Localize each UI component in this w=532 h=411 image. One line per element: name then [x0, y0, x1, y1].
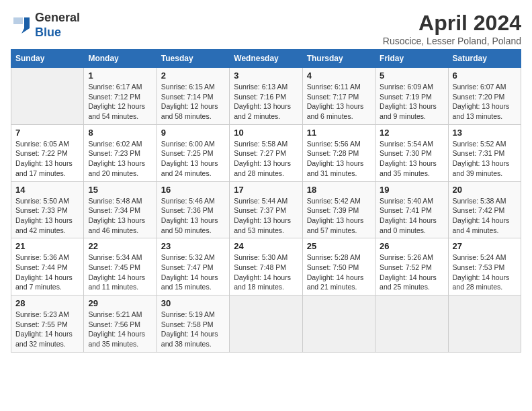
day-number: 4	[307, 71, 371, 81]
calendar-cell: 18Sunrise: 5:42 AM Sunset: 7:39 PM Dayli…	[302, 181, 375, 238]
day-info: Sunrise: 5:56 AM Sunset: 7:28 PM Dayligh…	[307, 139, 371, 179]
day-info: Sunrise: 5:36 AM Sunset: 7:44 PM Dayligh…	[15, 253, 79, 292]
day-number: 16	[161, 185, 225, 195]
week-row-1: 1Sunrise: 6:17 AM Sunset: 7:12 PM Daylig…	[11, 68, 521, 125]
day-info: Sunrise: 6:05 AM Sunset: 7:22 PM Dayligh…	[15, 139, 79, 179]
calendar-cell: 1Sunrise: 6:17 AM Sunset: 7:12 PM Daylig…	[84, 68, 157, 125]
day-number: 25	[307, 241, 371, 251]
day-number: 23	[161, 241, 225, 251]
calendar-cell: 6Sunrise: 6:07 AM Sunset: 7:20 PM Daylig…	[448, 68, 521, 125]
weekday-header-tuesday: Tuesday	[157, 50, 229, 68]
calendar-cell: 28Sunrise: 5:23 AM Sunset: 7:55 PM Dayli…	[11, 295, 84, 353]
calendar-cell: 22Sunrise: 5:34 AM Sunset: 7:45 PM Dayli…	[84, 238, 157, 295]
calendar-cell: 5Sunrise: 6:09 AM Sunset: 7:19 PM Daylig…	[375, 68, 448, 125]
day-info: Sunrise: 5:28 AM Sunset: 7:50 PM Dayligh…	[307, 253, 371, 292]
calendar-cell: 14Sunrise: 5:50 AM Sunset: 7:33 PM Dayli…	[11, 181, 84, 238]
calendar-cell: 24Sunrise: 5:30 AM Sunset: 7:48 PM Dayli…	[230, 238, 302, 295]
day-number: 2	[161, 71, 225, 81]
weekday-header-friday: Friday	[375, 50, 448, 68]
logo-icon	[11, 15, 32, 36]
month-title: April 2024	[383, 11, 521, 36]
weekday-header-sunday: Sunday	[11, 50, 84, 68]
calendar-cell: 2Sunrise: 6:15 AM Sunset: 7:14 PM Daylig…	[157, 68, 229, 125]
day-number: 28	[15, 298, 79, 308]
calendar-cell: 3Sunrise: 6:13 AM Sunset: 7:16 PM Daylig…	[230, 68, 302, 125]
calendar-cell	[230, 295, 302, 353]
logo-text: General Blue	[35, 11, 80, 40]
weekday-header-monday: Monday	[84, 50, 157, 68]
day-number: 19	[380, 185, 443, 195]
day-info: Sunrise: 6:09 AM Sunset: 7:19 PM Dayligh…	[380, 82, 443, 122]
day-info: Sunrise: 5:58 AM Sunset: 7:27 PM Dayligh…	[234, 139, 298, 179]
day-number: 29	[88, 298, 152, 308]
svg-marker-0	[24, 17, 30, 28]
day-info: Sunrise: 5:52 AM Sunset: 7:31 PM Dayligh…	[453, 139, 517, 179]
day-number: 15	[88, 185, 152, 195]
day-info: Sunrise: 5:50 AM Sunset: 7:33 PM Dayligh…	[15, 196, 79, 236]
calendar-cell: 10Sunrise: 5:58 AM Sunset: 7:27 PM Dayli…	[230, 124, 302, 181]
day-number: 27	[453, 241, 517, 251]
calendar-cell	[375, 295, 448, 353]
day-info: Sunrise: 5:48 AM Sunset: 7:34 PM Dayligh…	[88, 196, 152, 236]
day-info: Sunrise: 6:07 AM Sunset: 7:20 PM Dayligh…	[453, 82, 517, 122]
calendar-cell: 21Sunrise: 5:36 AM Sunset: 7:44 PM Dayli…	[11, 238, 84, 295]
logo-blue: Blue	[35, 26, 80, 40]
location: Rusocice, Lesser Poland, Poland	[383, 36, 521, 46]
day-info: Sunrise: 5:19 AM Sunset: 7:58 PM Dayligh…	[161, 310, 225, 349]
day-number: 9	[161, 128, 225, 138]
title-area: April 2024 Rusocice, Lesser Poland, Pola…	[383, 11, 521, 46]
day-info: Sunrise: 6:02 AM Sunset: 7:23 PM Dayligh…	[88, 139, 152, 179]
weekday-header-row: SundayMondayTuesdayWednesdayThursdayFrid…	[11, 50, 521, 68]
calendar-cell: 13Sunrise: 5:52 AM Sunset: 7:31 PM Dayli…	[448, 124, 521, 181]
calendar-cell: 16Sunrise: 5:46 AM Sunset: 7:36 PM Dayli…	[157, 181, 229, 238]
week-row-4: 21Sunrise: 5:36 AM Sunset: 7:44 PM Dayli…	[11, 238, 521, 295]
day-number: 3	[234, 71, 298, 81]
day-number: 10	[234, 128, 298, 138]
day-number: 26	[380, 241, 443, 251]
calendar-cell: 29Sunrise: 5:21 AM Sunset: 7:56 PM Dayli…	[84, 295, 157, 353]
calendar-cell: 11Sunrise: 5:56 AM Sunset: 7:28 PM Dayli…	[302, 124, 375, 181]
calendar-cell	[448, 295, 521, 353]
calendar-cell: 20Sunrise: 5:38 AM Sunset: 7:42 PM Dayli…	[448, 181, 521, 238]
week-row-3: 14Sunrise: 5:50 AM Sunset: 7:33 PM Dayli…	[11, 181, 521, 238]
calendar-cell: 30Sunrise: 5:19 AM Sunset: 7:58 PM Dayli…	[157, 295, 229, 353]
calendar-cell: 26Sunrise: 5:26 AM Sunset: 7:52 PM Dayli…	[375, 238, 448, 295]
calendar-cell	[11, 68, 84, 125]
day-number: 22	[88, 241, 152, 251]
day-info: Sunrise: 5:40 AM Sunset: 7:41 PM Dayligh…	[380, 196, 443, 236]
logo: General Blue	[11, 11, 80, 40]
calendar-cell: 8Sunrise: 6:02 AM Sunset: 7:23 PM Daylig…	[84, 124, 157, 181]
day-info: Sunrise: 5:24 AM Sunset: 7:53 PM Dayligh…	[453, 253, 517, 292]
header: General Blue April 2024 Rusocice, Lesser…	[11, 11, 521, 46]
day-info: Sunrise: 5:21 AM Sunset: 7:56 PM Dayligh…	[88, 310, 152, 349]
day-number: 6	[453, 71, 517, 81]
day-info: Sunrise: 6:11 AM Sunset: 7:17 PM Dayligh…	[307, 82, 371, 122]
calendar-cell: 4Sunrise: 6:11 AM Sunset: 7:17 PM Daylig…	[302, 68, 375, 125]
day-number: 11	[307, 128, 371, 138]
day-info: Sunrise: 5:54 AM Sunset: 7:30 PM Dayligh…	[380, 139, 443, 179]
day-number: 18	[307, 185, 371, 195]
day-info: Sunrise: 5:46 AM Sunset: 7:36 PM Dayligh…	[161, 196, 225, 236]
day-info: Sunrise: 5:30 AM Sunset: 7:48 PM Dayligh…	[234, 253, 298, 292]
day-info: Sunrise: 6:17 AM Sunset: 7:12 PM Dayligh…	[88, 82, 152, 122]
calendar-cell: 12Sunrise: 5:54 AM Sunset: 7:30 PM Dayli…	[375, 124, 448, 181]
week-row-5: 28Sunrise: 5:23 AM Sunset: 7:55 PM Dayli…	[11, 295, 521, 353]
week-row-2: 7Sunrise: 6:05 AM Sunset: 7:22 PM Daylig…	[11, 124, 521, 181]
day-info: Sunrise: 5:32 AM Sunset: 7:47 PM Dayligh…	[161, 253, 225, 292]
calendar-cell: 7Sunrise: 6:05 AM Sunset: 7:22 PM Daylig…	[11, 124, 84, 181]
logo-general: General	[35, 11, 80, 26]
weekday-header-saturday: Saturday	[448, 50, 521, 68]
day-number: 17	[234, 185, 298, 195]
day-info: Sunrise: 5:44 AM Sunset: 7:37 PM Dayligh…	[234, 196, 298, 236]
day-number: 12	[380, 128, 443, 138]
day-info: Sunrise: 6:00 AM Sunset: 7:25 PM Dayligh…	[161, 139, 225, 179]
day-info: Sunrise: 6:15 AM Sunset: 7:14 PM Dayligh…	[161, 82, 225, 122]
day-info: Sunrise: 5:23 AM Sunset: 7:55 PM Dayligh…	[15, 310, 79, 349]
day-number: 14	[15, 185, 79, 195]
day-number: 5	[380, 71, 443, 81]
day-number: 21	[15, 241, 79, 251]
svg-marker-1	[21, 28, 30, 34]
calendar-cell: 27Sunrise: 5:24 AM Sunset: 7:53 PM Dayli…	[448, 238, 521, 295]
calendar-cell: 9Sunrise: 6:00 AM Sunset: 7:25 PM Daylig…	[157, 124, 229, 181]
calendar-cell	[302, 295, 375, 353]
